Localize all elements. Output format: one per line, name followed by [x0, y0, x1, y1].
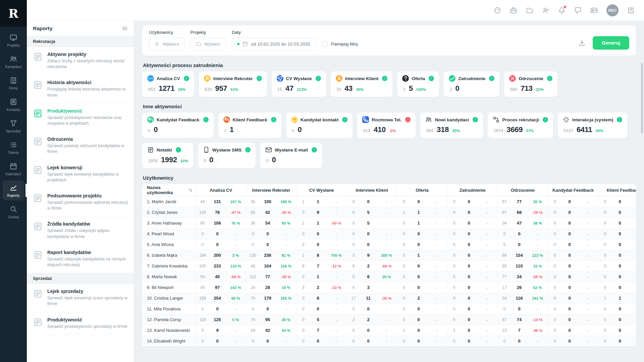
folder-icon[interactable]	[526, 7, 533, 14]
users-table: Nazwa użytkownikaAnaliza CVInterview Rek…	[142, 184, 636, 347]
column-header-odrzucenie[interactable]: Odrzucenie	[498, 184, 548, 196]
metric-previous: 0	[548, 296, 561, 301]
date-range-select[interactable]: od 10.02.2025 do 10.03.2025	[232, 38, 315, 50]
metric-current: 0	[360, 328, 376, 333]
metric-change: -	[276, 243, 296, 247]
sidebar-item-kontakty[interactable]: Kontakty	[3, 95, 24, 115]
question-icon	[402, 75, 409, 82]
checkbox-box[interactable]	[322, 41, 328, 47]
panel-menu-icon[interactable]	[122, 25, 128, 32]
sidebar-item-kandydaci[interactable]: Kandydaci	[3, 52, 24, 72]
report-item-z-ro-d-a-kandydato-w[interactable]: Źródła kandydatówSprawdź źródła i statys…	[27, 217, 134, 245]
table-row[interactable]: 13. Kamil Nowakowski09-294244 %07-00-10-…	[142, 325, 636, 336]
metric-change: -	[628, 210, 636, 215]
metric-change: -	[477, 296, 497, 300]
stat-previous-value: 264	[426, 128, 433, 133]
report-item-historia-aktywnos-ci[interactable]: Historia aktywnościPrzeglądaj historię t…	[27, 75, 134, 103]
metric-cell: 1942003 %	[196, 250, 246, 260]
stat-change: 24%	[595, 129, 603, 133]
sidebar-item-talenty[interactable]: Talenty	[3, 137, 24, 158]
metric-previous: 0	[447, 307, 461, 311]
report-item-lejek-konwersji[interactable]: Lejek konwersjiSprawdź lejek konwersji k…	[27, 160, 134, 188]
remember-filters-checkbox[interactable]: Pamiętaj filtry	[322, 41, 358, 50]
sidebar-item-szukaj[interactable]: Szukaj	[3, 202, 24, 222]
report-item-lejek-sprzedaz-y[interactable]: Lejek sprzedażySprawdź lejek konwersji s…	[27, 284, 134, 312]
metric-current: 0	[360, 306, 376, 311]
table-row[interactable]: 4. Pearl Wood00-00-00-00-00-00-00-00-00-	[142, 229, 636, 239]
stat-change: -	[305, 129, 306, 133]
metric-cell: 11-	[598, 293, 636, 303]
table-row[interactable]: 3. Anne Hathaway6010676 %365450 %21-50 %…	[142, 218, 636, 229]
stat-previous-value: 419	[363, 128, 370, 133]
column-header-analiza-cv[interactable]: Analiza CV	[196, 184, 246, 196]
report-item-aktywne-projekty[interactable]: Aktywne projektyZobacz liczby z otwartyc…	[27, 47, 134, 75]
metric-change: -	[628, 286, 636, 290]
bell-icon[interactable]	[558, 7, 566, 14]
reports-list: RekrutacjaAktywne projektyZobacz liczby …	[27, 36, 134, 335]
sidebar-item-projekty[interactable]: Projekty	[3, 30, 24, 50]
column-header-kandydat-feedback[interactable]: Kandydat Feedback	[548, 184, 598, 196]
metric-change: 116 %	[276, 264, 296, 268]
metric-current: 0	[561, 263, 578, 268]
stat-current-value: 0	[209, 156, 213, 164]
metric-previous: 87	[498, 317, 511, 322]
report-item-produktywnos-c[interactable]: ProduktywnośćSprawdź produktywność sprze…	[27, 312, 134, 335]
table-row[interactable]: 1. Martin Jacob44131197 %35100185 %11-00…	[142, 196, 636, 207]
page-scrollbar[interactable]	[641, 63, 643, 133]
idcard-icon[interactable]	[590, 7, 598, 14]
projects-filter-select[interactable]: Wybierz	[191, 38, 226, 50]
column-header-oferta[interactable]: Oferta	[397, 184, 447, 196]
trend-up-icon: ↑	[316, 76, 321, 81]
report-item-desc: Sprawdź produktywność rekruterów oraz ze…	[47, 115, 128, 126]
sidebar-item-kalendarz[interactable]: Kalendarz	[3, 159, 24, 179]
table-row[interactable]: 5. Ania Wrona00-00-00-00-00-00-00-00-00-	[142, 239, 636, 250]
metric-current: 0	[360, 199, 376, 204]
table-row[interactable]: 6. Izabela Mąka1942003 %13023681 %18700 …	[142, 250, 636, 261]
table-row[interactable]: 9. Bil Newport4097142 %242816 %32-33 %03…	[142, 282, 636, 293]
column-header-zatrudnienie[interactable]: Zatrudnienie	[447, 184, 498, 196]
table-row[interactable]: 14. Elisabeth Wright00-00-00-00-00-00-00…	[142, 336, 636, 347]
topbar: REC	[27, 0, 644, 21]
chat-icon[interactable]	[574, 7, 582, 14]
usercheck-icon[interactable]	[542, 7, 549, 14]
report-item-raport-kandydato-w[interactable]: Raport kandydatówSprawdź statystyki kand…	[27, 245, 134, 273]
table-row[interactable]: 12. Pamela Corsy1191255 %749528 %05-22-0…	[142, 314, 636, 325]
table-row[interactable]: 10. Cristina Langer15825460 %70179155 %0…	[142, 293, 636, 304]
table-row[interactable]: 11. Mila Povalova00-00-00-00-00-00-00-00…	[142, 304, 636, 314]
metric-change: -	[578, 232, 598, 236]
table-row[interactable]: 8. Marta Nowak9340-56 %12277-36 %01-5620…	[142, 272, 636, 282]
report-item-odrzucenia[interactable]: OdrzuceniaSprawdź powody odrzuceń kandyd…	[27, 132, 134, 160]
column-header-klient-feedback[interactable]: Klient Feedback	[598, 184, 636, 196]
column-header-interview-klient[interactable]: Interview Klient	[347, 184, 397, 196]
generate-button[interactable]: Generuj	[593, 36, 629, 50]
column-header-interview-rekruter[interactable]: Interview Rekruter	[246, 184, 297, 196]
metric-cell: 00-	[447, 250, 498, 260]
table-row[interactable]: 2. Crystal Jones14576-47 %6542-35 %09-05…	[142, 207, 636, 218]
app-logo[interactable]: R	[0, 0, 27, 27]
report-item-produktywnos-c[interactable]: ProduktywnośćSprawdź produktywność rekru…	[27, 104, 134, 132]
export-report-icon[interactable]	[579, 40, 585, 46]
sidebar-item-raporty[interactable]: Raporty	[3, 180, 24, 200]
metric-change: 155 %	[276, 296, 296, 300]
user-avatar[interactable]: REC	[606, 4, 619, 16]
report-item-podsumowanie-projektu[interactable]: Podsumowanie projektuSprawdź podsumowani…	[27, 188, 134, 217]
book-icon[interactable]	[627, 7, 635, 14]
sort-icon[interactable]	[188, 188, 193, 193]
metric-current: 0	[561, 317, 578, 322]
metric-previous: 13	[498, 328, 511, 333]
sidebar-item-firmy[interactable]: Firmy	[3, 73, 24, 93]
column-header-name[interactable]: Nazwa użytkownika	[142, 184, 196, 196]
users-filter-select[interactable]: Wybierz	[149, 38, 184, 50]
metric-cell: 00-	[196, 229, 246, 239]
column-header-cv-wys-ane[interactable]: CV Wysłane	[297, 184, 347, 196]
sidebar-item-sprzedaz[interactable]: Sprzedaż	[3, 116, 24, 136]
metric-previous: 34	[498, 221, 511, 226]
table-row[interactable]: 7. Gabriela Kowalska100233133 %48104116 …	[142, 261, 636, 272]
metric-current: 11	[360, 296, 376, 301]
gauge-icon[interactable]	[494, 7, 501, 14]
briefcase-icon[interactable]	[510, 7, 517, 14]
search-icon	[10, 205, 17, 213]
stat-card-oferta: Oferta ↑ 2 5 150%	[397, 71, 439, 97]
stat-previous-value: 2	[449, 87, 452, 92]
metric-cell: 00-	[598, 196, 636, 207]
